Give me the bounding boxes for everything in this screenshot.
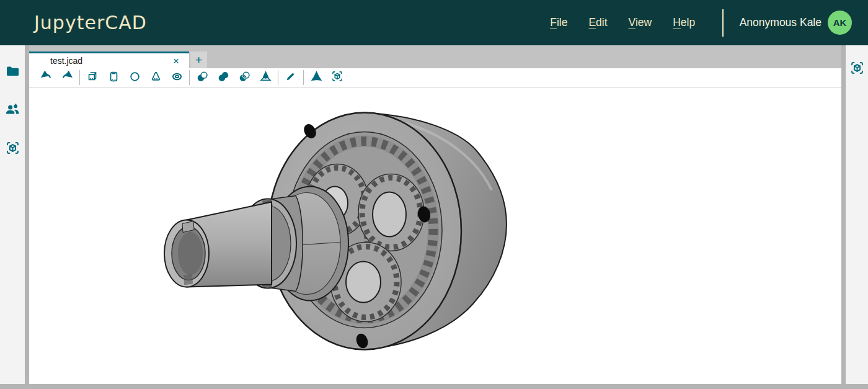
menu-view[interactable]: View <box>629 16 652 29</box>
new-sketch-button[interactable] <box>280 69 301 86</box>
axes-icon <box>311 71 322 85</box>
menu-edit[interactable]: Edit <box>588 16 607 29</box>
sidebar-item-3d-annotations[interactable] <box>0 130 25 168</box>
toolbar-separator <box>79 70 80 85</box>
annotated-cube-icon <box>850 61 864 78</box>
avatar[interactable]: AK <box>828 11 852 35</box>
app-logo: JupyterCAD <box>34 12 147 34</box>
menu-file[interactable]: File <box>550 16 567 29</box>
torus-icon <box>171 71 183 85</box>
box-icon <box>87 71 99 85</box>
left-gutter <box>25 45 29 384</box>
tab-bar: test.jcad × + <box>29 45 841 68</box>
new-box-button[interactable] <box>82 69 103 86</box>
pencil-icon <box>285 71 296 84</box>
axes-helper-button[interactable] <box>306 69 327 86</box>
toolbar-separator <box>303 70 304 85</box>
toolbar-separator <box>189 70 190 85</box>
annotated-cube-icon <box>331 70 343 85</box>
cad-toolbar <box>29 68 841 87</box>
new-cylinder-button[interactable] <box>103 69 124 86</box>
boolean-union-icon <box>218 71 229 85</box>
menu-bar: File Edit View Help <box>550 16 695 29</box>
union-button[interactable] <box>213 69 234 86</box>
extrusion-icon <box>260 71 272 85</box>
left-sidebar <box>0 45 25 384</box>
toolbar-separator <box>278 70 278 85</box>
tab-label: test.jcad <box>50 56 82 66</box>
right-gutter <box>841 45 846 384</box>
cone-icon <box>150 71 162 85</box>
redo-button[interactable] <box>56 69 78 86</box>
extrusion-button[interactable] <box>255 69 276 86</box>
planetary-gearbox-model <box>29 87 841 384</box>
header-divider <box>722 9 724 37</box>
tab-test-jcad[interactable]: test.jcad × <box>29 51 189 68</box>
menu-help[interactable]: Help <box>673 16 695 29</box>
boolean-cut-icon <box>197 71 208 85</box>
undo-button[interactable] <box>35 69 56 86</box>
cut-button[interactable] <box>192 69 213 86</box>
sidebar-item-collaborators[interactable] <box>0 91 25 130</box>
folder-icon <box>6 64 20 81</box>
sidebar-item-file-browser[interactable] <box>0 53 25 91</box>
new-sphere-button[interactable] <box>124 69 145 86</box>
boolean-intersection-icon <box>239 71 250 85</box>
viewport-3d[interactable] <box>29 87 841 384</box>
app-header: JupyterCAD File Edit View Help Anonymous… <box>0 0 868 45</box>
undo-icon <box>40 71 52 85</box>
cylinder-icon <box>108 71 120 85</box>
sphere-icon <box>129 71 141 85</box>
tab-close-icon[interactable]: × <box>170 56 182 66</box>
exploded-view-button[interactable] <box>327 69 348 86</box>
bottom-strip <box>0 384 868 389</box>
users-icon <box>5 102 20 118</box>
annotated-cube-icon <box>6 141 20 158</box>
new-tab-button[interactable]: + <box>190 51 207 68</box>
new-torus-button[interactable] <box>166 69 187 86</box>
right-panel-3d-annotations[interactable] <box>846 56 868 81</box>
intersection-button[interactable] <box>234 69 255 86</box>
redo-icon <box>61 71 73 85</box>
new-cone-button[interactable] <box>145 69 166 86</box>
user-name: Anonymous Kale <box>740 16 822 29</box>
right-sidebar <box>846 45 868 384</box>
